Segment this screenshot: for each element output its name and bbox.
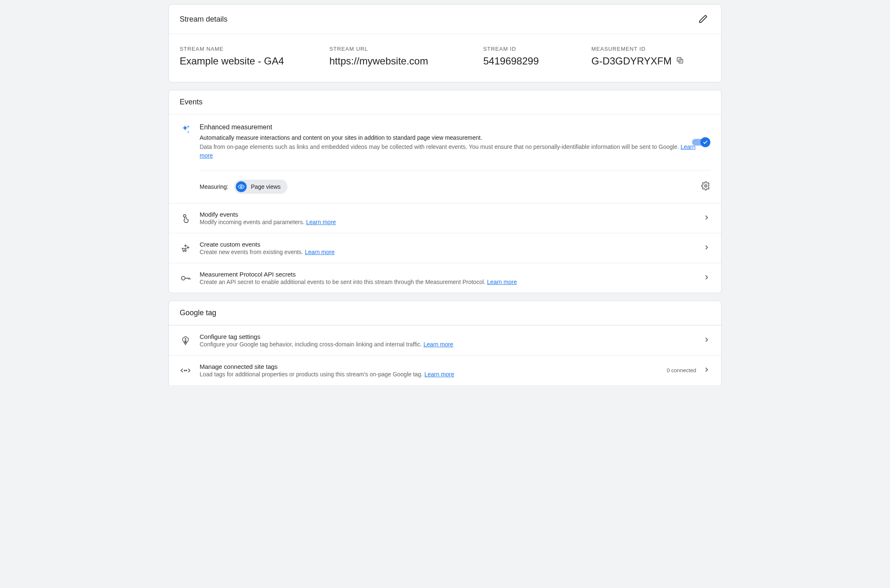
chevron-right-icon <box>703 366 710 375</box>
google-tag-title: Google tag <box>180 309 216 317</box>
enhanced-measurement-settings-button[interactable] <box>701 181 710 192</box>
configure-tag-sub: Configure your Google tag behavior, incl… <box>200 341 695 348</box>
copy-icon <box>676 56 684 64</box>
api-secrets-learn-more-link[interactable]: Learn more <box>487 279 517 285</box>
measuring-pill-label: Page views <box>251 183 281 190</box>
connected-count-badge: 0 connected <box>667 367 696 373</box>
stream-name-field: STREAM NAME Example website - GA4 <box>180 46 304 67</box>
key-icon <box>180 273 191 284</box>
stream-url-label: STREAM URL <box>329 46 458 52</box>
enhanced-measurement-title: Enhanced measurement <box>200 124 710 131</box>
stream-name-label: STREAM NAME <box>180 46 304 52</box>
sparkles-icon <box>180 124 191 137</box>
stream-url-value: https://mywebsite.com <box>329 55 458 67</box>
modify-events-learn-more-link[interactable]: Learn more <box>306 219 336 225</box>
annotation-arrow-gear <box>721 165 722 192</box>
api-secrets-sub: Create an API secret to enable additiona… <box>200 279 695 285</box>
modify-events-sub-text: Modify incoming events and parameters. <box>200 219 306 225</box>
configure-tag-title: Configure tag settings <box>200 333 695 340</box>
create-custom-events-title: Create custom events <box>200 241 695 248</box>
toggle-thumb <box>700 137 710 147</box>
api-secrets-sub-text: Create an API secret to enable additiona… <box>200 279 487 285</box>
stream-name-value: Example website - GA4 <box>180 55 304 67</box>
copy-measurement-id-button[interactable] <box>676 55 684 67</box>
chevron-right-icon <box>703 274 710 283</box>
pencil-icon <box>699 15 708 24</box>
modify-events-row[interactable]: Modify events Modify incoming events and… <box>169 203 721 233</box>
connected-tags-sub-text: Load tags for additional properties or p… <box>200 371 424 378</box>
enhanced-measurement-lead: Automatically measure interactions and c… <box>200 134 710 141</box>
measuring-label: Measuring: <box>200 183 228 190</box>
svg-point-10 <box>184 370 185 371</box>
svg-point-8 <box>185 338 186 339</box>
events-card: Events Enhanced measurement Automaticall… <box>168 90 722 293</box>
svg-point-11 <box>186 370 187 371</box>
configure-tag-sub-text: Configure your Google tag behavior, incl… <box>200 341 423 348</box>
stream-details-card: Stream details STREAM NAME Example websi… <box>168 4 722 82</box>
connect-icon <box>180 365 191 376</box>
enhanced-measurement-section: Enhanced measurement Automatically measu… <box>169 114 721 203</box>
stream-details-title: Stream details <box>180 15 227 24</box>
measurement-id-label: MEASUREMENT ID <box>591 46 710 52</box>
tag-g-icon: g <box>180 336 191 346</box>
events-header: Events <box>169 90 721 114</box>
measuring-pill-page-views: Page views <box>234 180 287 194</box>
api-secrets-title: Measurement Protocol API secrets <box>200 271 695 278</box>
stream-id-value: 5419698299 <box>483 55 566 67</box>
connected-tags-sub: Load tags for additional properties or p… <box>200 371 658 378</box>
enhanced-measurement-toggle[interactable] <box>692 137 710 147</box>
stream-details-header: Stream details <box>169 5 721 34</box>
svg-point-5 <box>181 276 185 280</box>
gear-icon <box>701 181 710 190</box>
connected-tags-title: Manage connected site tags <box>200 363 658 370</box>
create-custom-events-row[interactable]: Create custom events Create new events f… <box>169 233 721 263</box>
svg-point-2 <box>240 186 242 188</box>
modify-events-sub: Modify incoming events and parameters. L… <box>200 219 695 225</box>
enhanced-measurement-sub: Data from on-page elements such as links… <box>200 143 710 160</box>
chevron-right-icon <box>703 336 710 345</box>
measurement-id-value-row: G-D3GDYRYXFM <box>591 55 710 67</box>
create-custom-events-sub-text: Create new events from existing events. <box>200 249 305 255</box>
annotation-arrow-toggle <box>721 117 722 143</box>
check-icon <box>702 139 708 145</box>
manage-connected-tags-row[interactable]: Manage connected site tags Load tags for… <box>169 355 721 385</box>
svg-point-3 <box>705 185 707 187</box>
eye-icon <box>236 181 247 192</box>
create-custom-events-sub: Create new events from existing events. … <box>200 249 695 255</box>
measuring-row: Measuring: Page views <box>200 170 710 203</box>
api-secrets-row[interactable]: Measurement Protocol API secrets Create … <box>169 263 721 293</box>
stream-id-field: STREAM ID 5419698299 <box>483 46 566 67</box>
modify-events-title: Modify events <box>200 211 695 218</box>
touch-icon <box>180 213 191 223</box>
configure-tag-learn-more-link[interactable]: Learn more <box>423 341 453 348</box>
chevron-right-icon <box>703 244 710 253</box>
configure-tag-settings-row[interactable]: g Configure tag settings Configure your … <box>169 325 721 355</box>
stream-url-field: STREAM URL https://mywebsite.com <box>329 46 458 67</box>
edit-stream-button[interactable] <box>696 12 710 26</box>
svg-point-4 <box>183 215 186 217</box>
svg-text:g: g <box>185 340 186 343</box>
measurement-id-field: MEASUREMENT ID G-D3GDYRYXFM <box>591 46 710 67</box>
events-title: Events <box>180 98 203 106</box>
enhanced-measurement-sub-text: Data from on-page elements such as links… <box>200 143 680 150</box>
chevron-right-icon <box>703 214 710 223</box>
sparkle-cursor-icon <box>180 243 191 253</box>
google-tag-card: Google tag g Configure tag settings Conf… <box>168 301 722 385</box>
measurement-id-value: G-D3GDYRYXFM <box>591 55 672 67</box>
google-tag-header: Google tag <box>169 301 721 325</box>
connected-tags-learn-more-link[interactable]: Learn more <box>424 371 454 378</box>
create-custom-events-learn-more-link[interactable]: Learn more <box>305 249 335 255</box>
stream-details-grid: STREAM NAME Example website - GA4 STREAM… <box>169 34 721 82</box>
stream-id-label: STREAM ID <box>483 46 566 52</box>
